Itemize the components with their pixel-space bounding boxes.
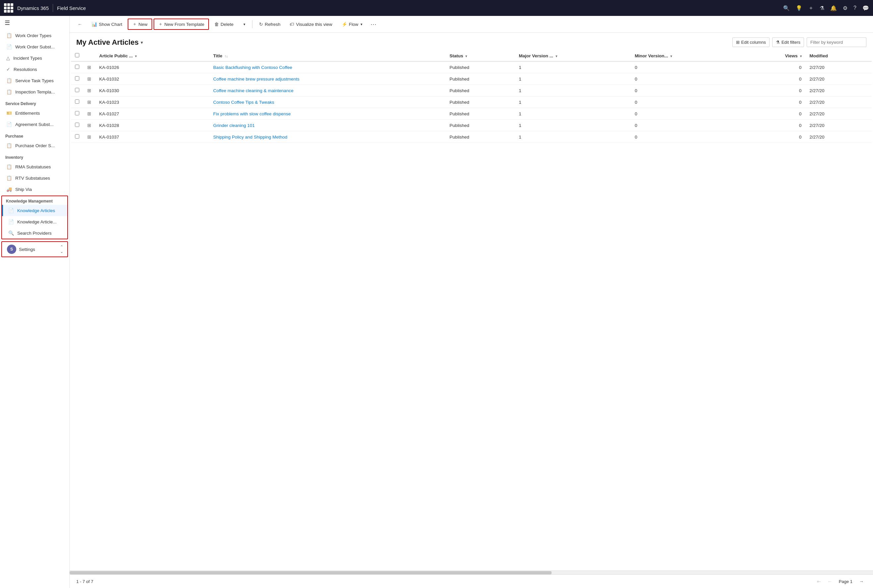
col-major-version-label: Major Version ... — [519, 53, 553, 58]
row-checkbox-0[interactable] — [75, 64, 79, 69]
sidebar-toggle[interactable]: ☰ — [0, 16, 69, 30]
new-button[interactable]: ＋ New — [128, 18, 152, 30]
sidebar-item-entitlements[interactable]: 🎫 Entitlements — [0, 107, 69, 118]
row-checkbox-1[interactable] — [75, 76, 79, 81]
row-select-5[interactable] — [71, 120, 83, 131]
article-icon-6: ⊞ — [87, 134, 91, 140]
sidebar-item-agreement-subst[interactable]: 📄 Agreement Subst... — [0, 118, 69, 130]
lightbulb-icon[interactable]: 💡 — [796, 5, 802, 11]
horizontal-scrollbar[interactable] — [70, 570, 873, 574]
row-checkbox-3[interactable] — [75, 99, 79, 104]
sidebar-item-rma-substatuses[interactable]: 📋 RMA Substatuses — [0, 161, 69, 172]
row-title-4[interactable]: Fix problems with slow coffee dispense — [209, 108, 446, 120]
row-select-1[interactable] — [71, 73, 83, 85]
col-article-number[interactable]: Article Public ... ▾ — [95, 50, 209, 62]
row-checkbox-5[interactable] — [75, 123, 79, 127]
col-title-label: Title — [213, 53, 222, 58]
sidebar-item-knowledge-article-t[interactable]: 📄 Knowledge Article... — [2, 216, 67, 227]
new-from-template-button[interactable]: ＋ New From Template — [153, 18, 209, 30]
row-title-2[interactable]: Coffee machine cleaning & maintenance — [209, 85, 446, 96]
next-page-button[interactable]: → — [856, 578, 866, 585]
settings-expand-icon[interactable]: ⌃⌄ — [60, 244, 63, 254]
list-title-chevron-icon[interactable]: ▾ — [141, 40, 143, 45]
scrollbar-thumb[interactable] — [70, 571, 551, 574]
row-checkbox-4[interactable] — [75, 111, 79, 116]
row-title-5[interactable]: Grinder cleaning 101 — [209, 120, 446, 131]
sidebar-item-service-task-types[interactable]: 📋 Service Task Types — [0, 75, 69, 86]
brand-name: Dynamics 365 — [17, 5, 49, 11]
visualize-button[interactable]: 🏷 Visualize this view — [285, 20, 336, 29]
search-icon[interactable]: 🔍 — [783, 5, 790, 11]
feedback-icon[interactable]: 💬 — [862, 5, 869, 11]
refresh-button[interactable]: ↻ Refresh — [255, 20, 284, 29]
sidebar-item-work-order-types[interactable]: 📋 Work Order Types — [0, 30, 69, 41]
select-all-header[interactable] — [71, 50, 83, 62]
help-icon[interactable]: ? — [853, 5, 856, 11]
prev-page-button[interactable]: ← — [825, 578, 835, 585]
col-status[interactable]: Status ▾ — [445, 50, 515, 62]
add-icon[interactable]: ＋ — [808, 4, 814, 12]
sidebar-item-resolutions[interactable]: ✓ Resolutions — [0, 64, 69, 75]
incident-types-icon: △ — [6, 56, 10, 61]
brand-logo[interactable]: Dynamics 365 — [17, 5, 49, 11]
row-select-4[interactable] — [71, 108, 83, 120]
back-icon: ← — [78, 21, 82, 27]
filter-input[interactable] — [807, 38, 866, 47]
rma-substatuses-icon: 📋 — [6, 164, 12, 170]
col-title[interactable]: Title ↑↓ — [209, 50, 446, 62]
row-major-2: 1 — [515, 85, 631, 96]
col-modified[interactable]: Modified — [806, 50, 871, 62]
col-views[interactable]: Views ▾ — [744, 50, 805, 62]
row-title-0[interactable]: Basic Backflushing with Contoso Coffee — [209, 62, 446, 73]
edit-columns-label: Edit columns — [741, 40, 766, 45]
flow-button[interactable]: ⚡ Flow ▾ — [338, 20, 367, 29]
rtv-substatuses-icon: 📋 — [6, 176, 12, 181]
sidebar-item-incident-types[interactable]: △ Incident Types — [0, 52, 69, 64]
row-major-3: 1 — [515, 96, 631, 108]
row-icon-5: ⊞ — [83, 120, 95, 131]
show-chart-button[interactable]: 📊 Show Chart — [87, 20, 126, 29]
row-select-3[interactable] — [71, 96, 83, 108]
sidebar-item-purchase-order-s[interactable]: 📋 Purchase Order S... — [0, 140, 69, 151]
filter-icon[interactable]: ⚗ — [820, 5, 824, 11]
resolutions-icon: ✓ — [6, 67, 10, 72]
settings-gear-icon[interactable]: ⚙ — [843, 5, 847, 11]
row-icon-1: ⊞ — [83, 73, 95, 85]
col-minor-version[interactable]: Minor Version... ▾ — [631, 50, 744, 62]
row-minor-3: 0 — [631, 96, 744, 108]
delete-button[interactable]: 🗑 Delete — [210, 20, 237, 29]
delete-chevron-button[interactable]: ▾ — [239, 20, 249, 28]
first-page-button[interactable]: ⇤ — [814, 578, 823, 585]
edit-filters-button[interactable]: ⚗ Edit filters — [772, 38, 804, 47]
row-select-0[interactable] — [71, 62, 83, 73]
sidebar-item-work-order-subst[interactable]: 📄 Work Order Subst... — [0, 41, 69, 52]
sidebar-item-settings[interactable]: S Settings ⌃⌄ — [2, 242, 67, 256]
chart-icon: 📊 — [92, 21, 97, 27]
select-all-checkbox[interactable] — [75, 53, 79, 57]
back-button[interactable]: ← — [74, 20, 86, 29]
sidebar-item-ship-via[interactable]: 🚚 Ship Via — [0, 184, 69, 195]
row-select-2[interactable] — [71, 85, 83, 96]
row-title-1[interactable]: Coffee machine brew pressure adjustments — [209, 73, 446, 85]
edit-columns-button[interactable]: ⊞ Edit columns — [732, 38, 769, 47]
row-title-3[interactable]: Contoso Coffee Tips & Tweaks — [209, 96, 446, 108]
row-status-6: Published — [445, 131, 515, 143]
purchase-order-s-icon: 📋 — [6, 143, 12, 148]
row-select-6[interactable] — [71, 131, 83, 143]
row-checkbox-6[interactable] — [75, 134, 79, 138]
row-major-4: 1 — [515, 108, 631, 120]
ship-via-icon: 🚚 — [6, 187, 12, 192]
row-title-6[interactable]: Shipping Policy and Shipping Method — [209, 131, 446, 143]
row-status-2: Published — [445, 85, 515, 96]
row-checkbox-2[interactable] — [75, 88, 79, 92]
col-views-label: Views — [785, 53, 798, 58]
sidebar-item-rtv-substatuses[interactable]: 📋 RTV Substatuses — [0, 172, 69, 184]
more-button[interactable]: ⋯ — [368, 19, 379, 29]
sidebar-item-inspection-templa[interactable]: 📋 Inspection Templa... — [0, 86, 69, 98]
bell-icon[interactable]: 🔔 — [830, 5, 837, 11]
waffle-menu[interactable] — [4, 3, 13, 13]
col-major-version[interactable]: Major Version ... ▾ — [515, 50, 631, 62]
sidebar-item-search-providers[interactable]: 🔍 Search Providers — [2, 227, 67, 238]
row-modified-4: 2/27/20 — [806, 108, 871, 120]
sidebar-item-knowledge-articles[interactable]: 📄 Knowledge Articles — [2, 205, 67, 216]
